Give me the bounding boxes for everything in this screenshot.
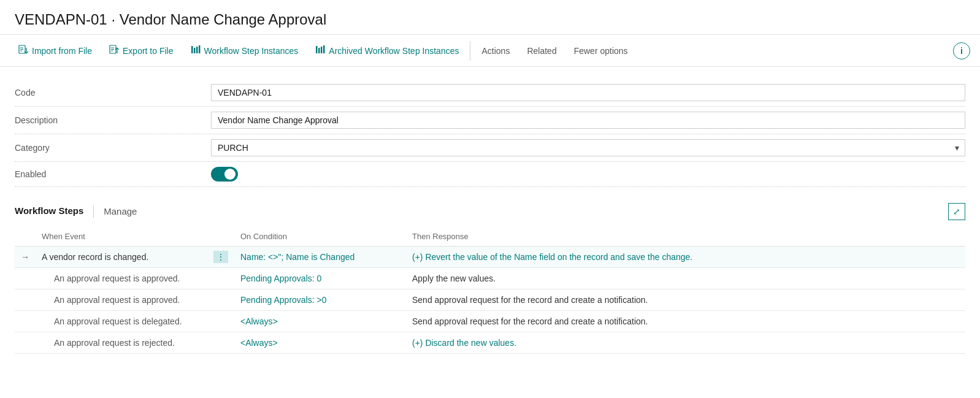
row-response[interactable]: (+) Discard the new values. — [406, 332, 965, 354]
description-row: Description — [15, 107, 965, 134]
enabled-label: Enabled — [15, 169, 211, 179]
drag-handle-cell — [207, 289, 234, 311]
description-value — [211, 112, 965, 129]
workflow-table: When Event On Condition Then Response →A… — [15, 227, 965, 354]
row-event: An approval request is approved. — [36, 268, 207, 289]
related-label: Related — [527, 46, 556, 56]
workflow-instances-icon — [191, 45, 201, 57]
export-icon — [109, 45, 119, 57]
category-row: Category PURCH ▾ — [15, 134, 965, 162]
workflow-steps-header: Workflow Steps Manage ⤢ — [0, 193, 980, 222]
code-row: Code — [15, 79, 965, 107]
related-button[interactable]: Related — [518, 41, 565, 61]
condition-link[interactable]: Pending Approvals: 0 — [240, 274, 321, 283]
ws-separator — [93, 205, 94, 218]
import-from-file-button[interactable]: Import from File — [10, 40, 101, 62]
table-container: When Event On Condition Then Response →A… — [0, 222, 980, 364]
fewer-options-label: Fewer options — [574, 46, 628, 56]
svg-rect-13 — [199, 45, 201, 53]
row-response: Apply the new values. — [406, 268, 965, 289]
response-link[interactable]: (+) Revert the value of the Name field o… — [412, 252, 692, 262]
response-link[interactable]: (+) Discard the new values. — [412, 338, 516, 348]
page-title: VENDAPN-01 · Vendor Name Change Approval — [0, 0, 980, 35]
export-to-file-button[interactable]: Export to File — [101, 40, 182, 62]
row-condition[interactable]: Pending Approvals: 0 — [234, 268, 406, 289]
row-event: A vendor record is changed. — [36, 247, 207, 268]
actions-button[interactable]: Actions — [473, 41, 518, 61]
info-icon: i — [960, 46, 963, 56]
import-label: Import from File — [32, 46, 92, 56]
enabled-value — [211, 167, 965, 182]
code-value — [211, 84, 965, 101]
category-value: PURCH ▾ — [211, 139, 965, 156]
enabled-row: Enabled — [15, 162, 965, 187]
code-label: Code — [15, 88, 211, 98]
svg-rect-12 — [196, 47, 198, 53]
manage-link[interactable]: Manage — [104, 201, 137, 221]
expand-button[interactable]: ⤢ — [948, 203, 965, 220]
archived-icon — [315, 45, 325, 57]
archived-label: Archived Workflow Step Instances — [329, 46, 459, 56]
th-condition: On Condition — [234, 227, 406, 247]
toggle-thumb — [224, 169, 235, 180]
row-condition[interactable]: Name: <>"; Name is Changed — [234, 247, 406, 268]
info-button[interactable]: i — [953, 42, 970, 59]
export-label: Export to File — [123, 46, 173, 56]
drag-handle-cell[interactable]: ⋮ — [207, 247, 234, 268]
workflow-instances-button[interactable]: Workflow Step Instances — [182, 40, 307, 62]
enabled-toggle[interactable] — [211, 167, 238, 182]
toolbar: Import from File Export to File Workflow — [0, 35, 980, 67]
actions-label: Actions — [481, 46, 510, 56]
row-arrow — [15, 311, 36, 332]
description-label: Description — [15, 115, 211, 125]
row-arrow: → — [15, 247, 36, 268]
category-label: Category — [15, 143, 211, 153]
table-row: An approval request is delegated.<Always… — [15, 311, 965, 332]
row-arrow — [15, 332, 36, 354]
row-response: Send approval request for the record and… — [406, 289, 965, 311]
svg-rect-14 — [316, 46, 318, 53]
table-row: →A vendor record is changed.⋮Name: <>"; … — [15, 247, 965, 268]
drag-handle[interactable]: ⋮ — [213, 251, 228, 263]
form-section: Code Description Category PURCH ▾ Enable… — [0, 67, 980, 193]
row-condition[interactable]: <Always> — [234, 332, 406, 354]
import-icon — [18, 45, 28, 57]
description-input[interactable] — [211, 112, 965, 129]
fewer-options-button[interactable]: Fewer options — [565, 41, 637, 61]
condition-link[interactable]: <Always> — [240, 316, 278, 326]
row-condition[interactable]: Pending Approvals: >0 — [234, 289, 406, 311]
th-arrow — [15, 227, 36, 247]
row-response[interactable]: (+) Revert the value of the Name field o… — [406, 247, 965, 268]
condition-link[interactable]: Name: <>"; Name is Changed — [240, 252, 354, 262]
row-condition[interactable]: <Always> — [234, 311, 406, 332]
row-event: An approval request is rejected. — [36, 332, 207, 354]
svg-rect-15 — [318, 48, 320, 53]
expand-icon: ⤢ — [953, 207, 960, 216]
row-arrow — [15, 289, 36, 311]
archived-instances-button[interactable]: Archived Workflow Step Instances — [307, 40, 467, 62]
th-response: Then Response — [406, 227, 965, 247]
table-row: An approval request is approved.Pending … — [15, 289, 965, 311]
table-row: An approval request is rejected.<Always>… — [15, 332, 965, 354]
workflow-steps-tab[interactable]: Workflow Steps — [15, 201, 83, 222]
row-event: An approval request is approved. — [36, 289, 207, 311]
svg-rect-10 — [191, 46, 193, 53]
workflow-instances-label: Workflow Step Instances — [204, 46, 299, 56]
row-arrow — [15, 268, 36, 289]
th-drag — [207, 227, 234, 247]
toolbar-separator — [470, 41, 470, 61]
svg-rect-11 — [194, 48, 196, 53]
condition-link[interactable]: <Always> — [240, 338, 278, 348]
row-event: An approval request is delegated. — [36, 311, 207, 332]
th-event: When Event — [36, 227, 207, 247]
svg-rect-16 — [321, 47, 323, 53]
row-response: Send approval request for the record and… — [406, 311, 965, 332]
code-input[interactable] — [211, 84, 965, 101]
category-select[interactable]: PURCH — [211, 139, 965, 156]
drag-handle-cell — [207, 268, 234, 289]
category-select-wrapper: PURCH ▾ — [211, 139, 965, 156]
drag-handle-cell — [207, 332, 234, 354]
condition-link[interactable]: Pending Approvals: >0 — [240, 295, 327, 305]
svg-rect-17 — [323, 45, 325, 53]
drag-handle-cell — [207, 311, 234, 332]
